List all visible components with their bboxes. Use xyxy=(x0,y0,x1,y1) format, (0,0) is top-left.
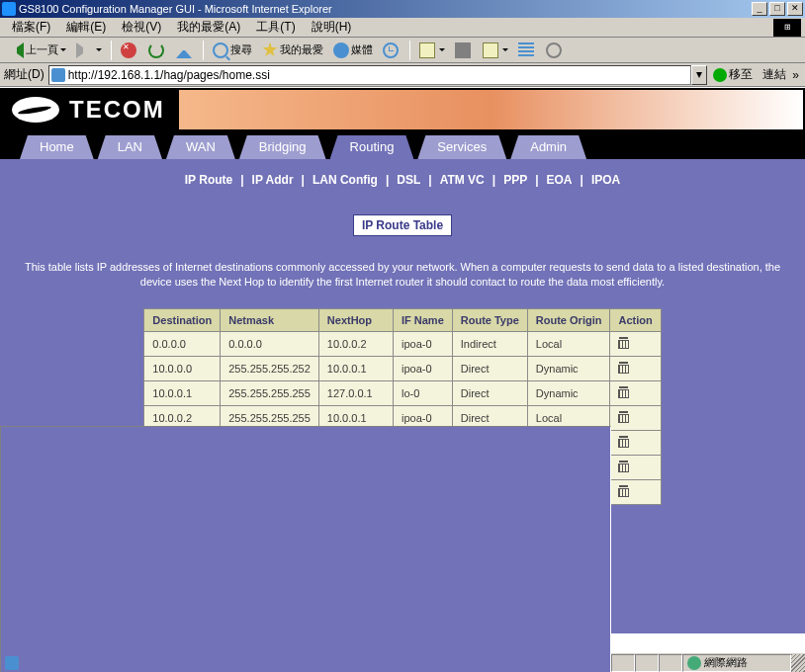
subnav-dsl[interactable]: DSL xyxy=(389,173,428,187)
delete-icon[interactable] xyxy=(618,436,629,448)
media-button[interactable]: 媒體 xyxy=(329,40,377,61)
cell-action xyxy=(610,455,661,479)
history-button[interactable] xyxy=(379,40,404,61)
back-button[interactable]: 上一頁 xyxy=(4,40,70,61)
stop-button[interactable] xyxy=(117,40,142,61)
subnav-eoa[interactable]: EOA xyxy=(539,173,581,187)
delete-icon[interactable] xyxy=(618,411,629,423)
search-label: 搜尋 xyxy=(230,42,252,57)
subnav-ip-route[interactable]: IP Route xyxy=(177,173,240,187)
history-icon xyxy=(383,42,399,58)
status-main xyxy=(0,426,611,673)
tab-home[interactable]: Home xyxy=(20,135,94,159)
print-icon xyxy=(455,42,471,58)
star-icon xyxy=(262,42,278,58)
tab-routing[interactable]: Routing xyxy=(330,135,414,159)
go-label: 移至 xyxy=(729,66,753,83)
column-header: IF Name xyxy=(393,308,452,331)
cell-origin: Dynamic xyxy=(527,380,610,405)
status-pane xyxy=(611,654,635,672)
menu-tools[interactable]: 工具(T) xyxy=(248,17,303,38)
tab-services[interactable]: Services xyxy=(417,135,506,159)
cell-dest: 10.0.0.1 xyxy=(144,380,221,405)
minimize-button[interactable]: _ xyxy=(752,2,767,16)
status-zone: 網際網路 xyxy=(682,654,791,672)
status-pane xyxy=(635,654,659,672)
menu-edit[interactable]: 編輯(E) xyxy=(58,17,114,38)
expand-chevron-icon[interactable]: » xyxy=(790,68,801,82)
media-icon xyxy=(333,42,349,58)
cell-action xyxy=(610,380,661,405)
page-description: This table lists IP addresses of Interne… xyxy=(10,260,795,291)
subnav-ip-addr[interactable]: IP Addr xyxy=(244,173,302,187)
cell-netmask: 0.0.0.0 xyxy=(221,331,319,356)
stop-icon xyxy=(121,42,136,58)
page-title: IP Route Table xyxy=(353,214,452,236)
cell-rtype: Direct xyxy=(452,380,527,405)
edit-button[interactable] xyxy=(479,40,512,61)
menu-favorites[interactable]: 我的最愛(A) xyxy=(169,17,248,38)
home-button[interactable] xyxy=(172,40,198,61)
cell-nexthop: 10.0.0.1 xyxy=(318,356,393,380)
chat-icon xyxy=(546,42,562,58)
brand-name: TECOM xyxy=(69,96,165,124)
column-header: Route Type xyxy=(452,308,527,331)
tab-bridging[interactable]: Bridging xyxy=(239,135,326,159)
cell-origin: Local xyxy=(527,331,610,356)
subnav-ppp[interactable]: PPP xyxy=(495,173,535,187)
links-button[interactable]: 連結 xyxy=(759,66,790,83)
windows-logo-icon: ⊞ xyxy=(773,19,801,37)
cell-nexthop: 10.0.0.2 xyxy=(318,331,393,356)
close-button[interactable]: ✕ xyxy=(787,2,803,16)
cell-rtype: Direct xyxy=(452,356,527,380)
window-titlebar: GS8100 Configuration Manager GUI - Micro… xyxy=(0,0,805,18)
favorites-button[interactable]: 我的最愛 xyxy=(258,40,327,61)
subnav-atm-vc[interactable]: ATM VC xyxy=(432,173,492,187)
related-button[interactable] xyxy=(514,40,540,61)
address-bar: 網址(D) http://192.168.1.1/hag/pages/home.… xyxy=(0,63,805,87)
url-text: http://192.168.1.1/hag/pages/home.ssi xyxy=(68,68,689,82)
ie-icon xyxy=(2,2,16,16)
menu-file[interactable]: 檔案(F) xyxy=(4,17,58,38)
delete-icon[interactable] xyxy=(618,386,629,398)
print-button[interactable] xyxy=(451,40,477,61)
column-header: Route Origin xyxy=(527,308,610,331)
page-icon xyxy=(51,68,65,82)
menu-view[interactable]: 檢視(V) xyxy=(114,17,169,38)
cell-action xyxy=(610,405,661,430)
delete-icon[interactable] xyxy=(618,362,629,374)
menu-help[interactable]: 說明(H) xyxy=(304,17,360,38)
delete-icon[interactable] xyxy=(618,485,629,497)
tab-lan[interactable]: LAN xyxy=(98,135,162,159)
home-icon xyxy=(176,42,192,58)
go-button[interactable]: 移至 xyxy=(713,66,753,83)
cell-action xyxy=(610,331,661,356)
cell-action xyxy=(610,479,661,504)
subnav-ipoa[interactable]: IPOA xyxy=(583,173,628,187)
discuss-button[interactable] xyxy=(542,40,568,61)
cell-origin: Dynamic xyxy=(527,356,610,380)
column-header: Destination xyxy=(144,308,221,331)
sub-navigation: IP Route|IP Addr|LAN Config|DSL|ATM VC|P… xyxy=(10,173,795,187)
delete-icon[interactable] xyxy=(618,337,629,349)
forward-arrow-icon xyxy=(76,42,92,58)
refresh-icon xyxy=(148,42,164,58)
zone-label: 網際網路 xyxy=(704,655,748,670)
subnav-lan-config[interactable]: LAN Config xyxy=(305,173,386,187)
banner-gradient xyxy=(179,90,803,129)
cell-netmask: 255.255.255.255 xyxy=(221,380,319,405)
tab-wan[interactable]: WAN xyxy=(166,135,235,159)
mail-button[interactable] xyxy=(415,40,449,61)
search-button[interactable]: 搜尋 xyxy=(209,40,256,61)
logo-mark-icon xyxy=(12,97,59,123)
forward-button[interactable] xyxy=(72,40,106,61)
refresh-button[interactable] xyxy=(144,40,170,61)
table-row: 10.0.0.0255.255.255.25210.0.0.1ipoa-0Dir… xyxy=(144,356,661,380)
delete-icon[interactable] xyxy=(618,461,629,472)
url-dropdown[interactable]: ▾ xyxy=(691,65,707,85)
maximize-button[interactable]: □ xyxy=(769,2,785,16)
url-input[interactable]: http://192.168.1.1/hag/pages/home.ssi xyxy=(48,65,692,85)
menu-bar: 檔案(F) 編輯(E) 檢視(V) 我的最愛(A) 工具(T) 說明(H) ⊞ xyxy=(0,18,805,38)
resize-grip-icon[interactable] xyxy=(791,654,805,672)
tab-admin[interactable]: Admin xyxy=(510,135,586,159)
